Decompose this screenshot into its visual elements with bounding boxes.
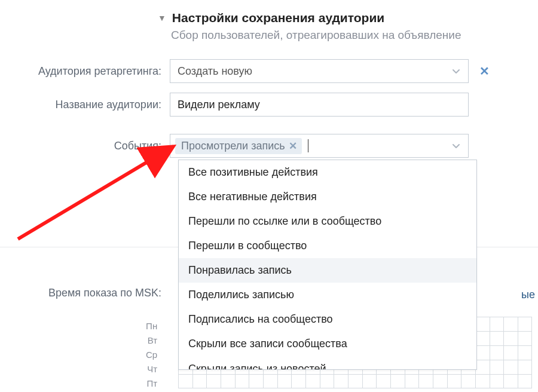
events-dropdown[interactable]: Все позитивные действияВсе негативные де… <box>178 160 477 370</box>
row-audience-name: Название аудитории: Видели рекламу <box>0 93 538 117</box>
weekday-label: Чт <box>146 362 157 376</box>
dropdown-item[interactable]: Понравилась запись <box>179 258 476 283</box>
side-link-fragment[interactable]: ые <box>521 289 535 301</box>
dropdown-item[interactable]: Все негативные действия <box>179 185 476 209</box>
text-cursor <box>308 139 308 152</box>
dropdown-item[interactable]: Поделились записью <box>179 283 476 307</box>
schedule-cell[interactable] <box>503 331 518 345</box>
schedule-cell[interactable] <box>503 360 518 374</box>
section-header: ▼ Настройки сохранения аудитории Сбор по… <box>158 11 526 42</box>
section-title: Настройки сохранения аудитории <box>172 11 384 25</box>
schedule-cell[interactable] <box>405 374 419 388</box>
chevron-down-icon[interactable] <box>451 141 461 151</box>
schedule-cell[interactable] <box>320 374 334 388</box>
schedule-cell[interactable] <box>518 360 532 374</box>
audience-name-value: Видели рекламу <box>178 99 260 111</box>
retargeting-select[interactable]: Создать новую <box>170 59 469 83</box>
schedule-cell[interactable] <box>390 374 405 388</box>
schedule-cell[interactable] <box>376 374 390 388</box>
weekday-label: Пн <box>146 319 157 333</box>
schedule-cell[interactable] <box>277 374 292 388</box>
schedule-cell[interactable] <box>418 374 433 388</box>
schedule-cell[interactable] <box>334 374 348 388</box>
schedule-cell[interactable] <box>235 374 249 388</box>
row-events: События: Просмотрели запись ✕ <box>0 134 538 158</box>
schedule-cell[interactable] <box>518 317 532 331</box>
schedule-cell[interactable] <box>291 374 305 388</box>
schedule-cell[interactable] <box>475 374 490 388</box>
section-subtitle: Сбор пользователей, отреагировавших на о… <box>171 29 526 42</box>
schedule-cell[interactable] <box>447 374 461 388</box>
schedule-cell[interactable] <box>178 374 192 388</box>
schedule-cell[interactable] <box>475 331 490 345</box>
schedule-cell[interactable] <box>490 331 504 345</box>
label-audience-name: Название аудитории: <box>0 99 170 111</box>
schedule-cell[interactable] <box>249 374 263 388</box>
schedule-cell[interactable] <box>263 374 277 388</box>
schedule-cell[interactable] <box>503 345 518 360</box>
schedule-cell[interactable] <box>518 374 532 388</box>
dropdown-item[interactable]: Скрыли запись из новостей <box>179 356 476 369</box>
dropdown-item[interactable]: Перешли по ссылке или в сообщество <box>179 209 476 234</box>
remove-audience-button[interactable]: ✕ <box>479 64 490 78</box>
schedule-cell[interactable] <box>475 360 490 374</box>
retargeting-select-value: Создать новую <box>178 65 252 78</box>
schedule-cell[interactable] <box>490 317 504 331</box>
row-retargeting: Аудитория ретаргетинга: Создать новую ✕ <box>0 59 538 83</box>
label-retargeting: Аудитория ретаргетинга: <box>0 65 170 78</box>
schedule-cell[interactable] <box>362 374 377 388</box>
dropdown-item[interactable]: Перешли в сообщество <box>179 234 476 258</box>
label-events: События: <box>0 140 170 152</box>
dropdown-item[interactable]: Скрыли все записи сообщества <box>179 332 476 356</box>
schedule-cell[interactable] <box>503 317 518 331</box>
schedule-cell[interactable] <box>518 345 532 360</box>
weekday-label: Вт <box>146 333 157 348</box>
chevron-down-icon <box>451 66 461 76</box>
svg-line-0 <box>18 146 173 239</box>
collapse-icon[interactable]: ▼ <box>158 13 166 23</box>
dropdown-item[interactable]: Все позитивные действия <box>179 160 476 185</box>
schedule-cell[interactable] <box>490 360 504 374</box>
schedule-cell[interactable] <box>475 317 490 331</box>
schedule-cell[interactable] <box>518 331 532 345</box>
audience-name-input[interactable]: Видели рекламу <box>170 93 469 117</box>
schedule-cell[interactable] <box>490 374 504 388</box>
weekday-label: Пт <box>146 376 157 391</box>
weekday-label: Ср <box>146 348 157 362</box>
remove-chip-icon[interactable]: ✕ <box>289 140 297 152</box>
weekday-labels: ПнВтСрЧтПт <box>146 319 157 391</box>
schedule-cell[interactable] <box>475 345 490 360</box>
schedule-cell[interactable] <box>461 374 475 388</box>
label-time: Время показа по MSK: <box>0 287 170 299</box>
schedule-cell[interactable] <box>192 374 207 388</box>
events-multiselect[interactable]: Просмотрели запись ✕ <box>170 134 469 158</box>
dropdown-item[interactable]: Подписались на сообщество <box>179 307 476 332</box>
schedule-cell[interactable] <box>503 374 518 388</box>
schedule-cell[interactable] <box>206 374 221 388</box>
schedule-cell[interactable] <box>221 374 235 388</box>
event-chip-label: Просмотрели запись <box>181 140 285 152</box>
schedule-cell[interactable] <box>490 345 504 360</box>
event-chip: Просмотрели запись ✕ <box>175 138 302 154</box>
schedule-cell[interactable] <box>305 374 320 388</box>
schedule-cell[interactable] <box>433 374 447 388</box>
schedule-cell[interactable] <box>348 374 362 388</box>
